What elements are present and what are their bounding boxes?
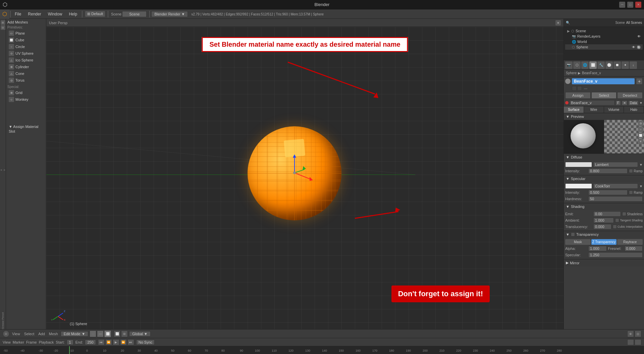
deselect-button[interactable]: Deselect xyxy=(617,92,643,99)
tl-end-input[interactable]: 250 xyxy=(85,340,96,345)
material-name-input[interactable] xyxy=(572,78,635,84)
menu-help[interactable]: Help xyxy=(65,9,80,19)
specular-ramp-checkbox[interactable] xyxy=(629,190,633,194)
edit-mode-select[interactable]: Edit Mode ▼ xyxy=(61,331,88,337)
solid-shading-btn[interactable]: ⬜ xyxy=(114,330,120,337)
scene-props-icon[interactable]: ⬡ xyxy=(573,61,581,69)
preview-section-header[interactable]: ▼ Preview xyxy=(564,113,644,120)
next-frame-btn[interactable]: ⏩ xyxy=(120,339,127,345)
mat-F-button[interactable]: F xyxy=(615,100,621,105)
material-props-icon[interactable]: ⚪ xyxy=(605,61,613,69)
vp-view-btn[interactable]: View xyxy=(11,331,21,336)
mat-name-display[interactable]: BeanFace_v xyxy=(569,100,615,105)
vp-mesh-btn[interactable]: Mesh xyxy=(48,331,59,336)
preview-sphere-btn[interactable]: ○ xyxy=(638,127,643,132)
scene-selector[interactable]: Scene xyxy=(122,11,147,17)
modifier-props-icon[interactable]: 🔧 xyxy=(597,61,605,69)
prim-grid[interactable]: ⊞ Grid xyxy=(7,89,45,96)
vp-add-btn[interactable]: Add xyxy=(37,331,46,336)
global-select[interactable]: Global ▼ xyxy=(129,331,151,337)
transparency-enable-checkbox[interactable] xyxy=(571,232,575,236)
preview-hair-btn[interactable]: ≡ xyxy=(638,139,643,144)
mat-slot-up[interactable] xyxy=(572,86,577,91)
assign-button[interactable]: Assign xyxy=(565,92,591,99)
tl-sync-select[interactable]: No Sync xyxy=(136,340,155,345)
prim-cone[interactable]: △ Cone xyxy=(7,70,45,77)
raytrace-button[interactable]: Raytrace xyxy=(617,239,643,245)
mat-plus-button[interactable]: + xyxy=(636,78,643,85)
physics-props-icon[interactable]: ↓ xyxy=(630,61,637,69)
prim-circle[interactable]: ○ Circle xyxy=(7,43,45,50)
wire-shading-btn[interactable]: ⊞ xyxy=(121,330,128,337)
sphere-render-eye[interactable]: 🔘 xyxy=(637,45,641,49)
add-meshes-title[interactable]: Add Meshes xyxy=(7,20,45,24)
toolbar-icon-2[interactable]: ⊟ xyxy=(1,25,5,30)
sphere-eye[interactable]: 👁 xyxy=(632,45,635,49)
prim-uvsphere[interactable]: ⊙ UV Sphere xyxy=(7,50,45,57)
prim-plane[interactable]: ▭ Plane xyxy=(7,30,45,37)
toolbar-icon-1[interactable]: ⊞ xyxy=(1,20,5,25)
viewport-menu-btn[interactable]: ≡ xyxy=(555,20,561,26)
tab-wire[interactable]: Wire xyxy=(584,106,604,113)
menu-file[interactable]: File xyxy=(11,9,24,19)
z-transparency-button[interactable]: Z Transparency xyxy=(591,239,617,245)
transparency-section-header[interactable]: ▼ Transparency xyxy=(564,231,644,238)
diffuse-intensity-input[interactable]: 0.800 xyxy=(588,168,628,174)
object-props-icon[interactable]: ⬜ xyxy=(589,61,597,69)
outliner-renderlayers[interactable]: 📷 RenderLayers 👁 xyxy=(565,34,643,39)
play-btn[interactable]: ▶ xyxy=(113,339,119,345)
assign-slot[interactable]: ▼ Assign Material Slot xyxy=(7,123,45,135)
hardness-input[interactable]: 50 xyxy=(588,196,643,202)
translucency-input[interactable]: 0.000 xyxy=(593,224,611,229)
tl-playback-btn[interactable]: Playback xyxy=(39,340,54,344)
tab-volume[interactable]: Volume xyxy=(604,106,624,113)
shadeless-checkbox[interactable] xyxy=(622,212,626,216)
diffuse-ramp-checkbox[interactable] xyxy=(629,169,633,173)
diffuse-section-header[interactable]: ▼ Diffuse xyxy=(564,153,644,161)
vp-select-btn[interactable]: Select xyxy=(23,331,36,336)
specular-trans-input[interactable]: 1.250 xyxy=(588,252,643,258)
edge-select-btn[interactable]: — xyxy=(97,330,104,337)
layout-selector[interactable]: ⊞ Default xyxy=(85,11,105,17)
mat-arrow[interactable]: ▼ xyxy=(639,101,643,105)
prim-icosphere[interactable]: △ Ico Sphere xyxy=(7,57,45,63)
tab-surface[interactable]: Surface xyxy=(564,106,584,113)
specular-shader-select[interactable]: CookTorr xyxy=(593,183,638,189)
preview-cube-btn[interactable]: ⬜ xyxy=(638,133,643,138)
outliner-world[interactable]: 🌐 World xyxy=(565,39,643,44)
breadcrumb-sphere[interactable]: Sphere xyxy=(566,71,577,75)
texture-props-icon[interactable]: 🔲 xyxy=(613,61,621,69)
renderlayers-eye[interactable]: 👁 xyxy=(637,35,641,38)
viewport-canvas[interactable]: Set Blender material name exactly as des… xyxy=(46,27,564,329)
tab-halo[interactable]: Halo xyxy=(624,106,644,113)
mat-slot-down[interactable] xyxy=(577,86,582,91)
specular-intensity-input[interactable]: 0.500 xyxy=(588,190,628,195)
specular-section-header[interactable]: ▼ Specular xyxy=(564,175,644,182)
tl-view-btn[interactable]: View xyxy=(3,340,11,344)
prim-torus[interactable]: ◎ Torus xyxy=(7,77,45,84)
tl-frame-btn[interactable]: Frame xyxy=(26,340,37,344)
prim-cylinder[interactable]: ⊞ Cylinder xyxy=(7,63,45,70)
menu-window[interactable]: Window xyxy=(45,9,66,19)
mask-button[interactable]: Mask xyxy=(565,239,591,245)
engine-select[interactable]: Blender Render ▼ xyxy=(151,11,188,17)
vert-select-btn[interactable]: · xyxy=(90,330,96,337)
header-all-scenes[interactable]: Scene xyxy=(615,21,625,25)
outliner-sphere[interactable]: ⬡ Sphere 👁 🔘 xyxy=(565,44,643,50)
diffuse-color-swatch[interactable] xyxy=(565,162,592,167)
tangent-checkbox[interactable] xyxy=(615,218,619,222)
preview-flat-btn[interactable]: ⊙ xyxy=(638,121,643,126)
maximize-button[interactable]: □ xyxy=(627,2,633,8)
diffuse-shader-select[interactable]: Lambert xyxy=(593,162,638,167)
tl-keying-btn[interactable] xyxy=(635,339,641,345)
render-props-icon[interactable]: 📷 xyxy=(565,61,573,69)
prim-cube[interactable]: ⬜ Cube xyxy=(7,37,45,43)
outliner-scene[interactable]: ▶ ⬡ Scene xyxy=(565,28,643,34)
fresnel-input[interactable]: 0.000 xyxy=(625,246,643,251)
select-button[interactable]: Select xyxy=(591,92,617,99)
play-start-btn[interactable]: ⏮ xyxy=(98,339,105,345)
specular-color-swatch[interactable] xyxy=(565,183,592,189)
ambient-input[interactable]: 1.000 xyxy=(593,218,614,223)
prim-monkey[interactable]: ☺ Monkey xyxy=(7,96,45,103)
timeline-ruler[interactable]: -50 -40 -30 -20 -10 0 10 20 30 40 50 60 … xyxy=(0,346,644,354)
